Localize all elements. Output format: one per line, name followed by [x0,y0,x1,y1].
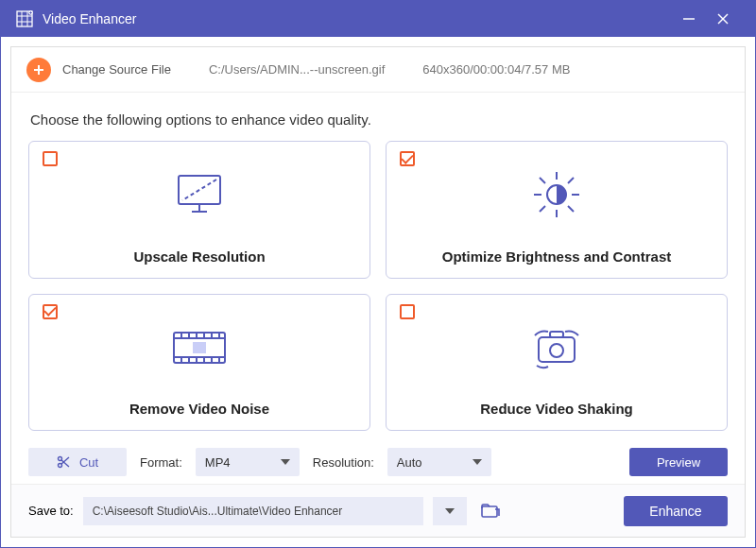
app-window: Video Enhancer Change Source File C:/Use… [0,0,756,548]
add-source-button[interactable] [26,58,51,82]
chevron-down-icon [472,459,482,465]
option-title: Optimize Brightness and Contrast [442,248,672,265]
svg-line-22 [540,178,545,183]
checkbox-brightness[interactable] [400,151,415,166]
source-strip: Change Source File C:/Users/ADMIN...--un… [11,47,745,93]
format-label: Format: [140,455,182,470]
options-grid: Upscale Resolution [28,141,728,431]
svg-line-25 [540,206,545,212]
brightness-icon [526,168,587,221]
preview-button[interactable]: Preview [629,448,728,476]
folder-icon [481,504,500,519]
close-button[interactable] [706,1,740,37]
change-source-link[interactable]: Change Source File [62,62,171,77]
open-folder-button[interactable] [476,497,505,525]
option-title: Upscale Resolution [133,248,265,265]
source-meta: 640x360/00:00:04/7.57 MB [422,62,570,77]
format-value: MP4 [205,455,231,470]
checkbox-deshake[interactable] [400,304,415,319]
svg-rect-41 [193,342,206,353]
resolution-label: Resolution: [313,455,374,470]
main-area: Choose the following options to enhance … [11,93,745,484]
chevron-down-icon [281,459,290,465]
svg-point-46 [58,464,61,468]
option-card-deshake[interactable]: Reduce Video Shaking [386,294,728,432]
monitor-icon [171,170,228,219]
checkbox-denoise[interactable] [43,304,58,319]
svg-line-24 [568,178,574,183]
option-card-upscale[interactable]: Upscale Resolution [28,141,370,279]
save-path-field[interactable]: C:\Aiseesoft Studio\Ais...Ultimate\Video… [83,497,423,525]
save-to-label: Save to: [28,504,74,518]
svg-rect-42 [539,337,575,362]
footer-bar: Save to: C:\Aiseesoft Studio\Ais...Ultim… [11,484,745,537]
source-path: C:/Users/ADMIN...--unscreen.gif [209,62,385,77]
titlebar: Video Enhancer [1,1,755,37]
svg-rect-49 [482,506,497,517]
camera-shake-icon [525,322,588,373]
svg-rect-43 [550,332,563,337]
svg-point-45 [58,457,61,461]
resolution-value: Auto [397,455,422,470]
plus-icon [32,63,45,77]
cut-label: Cut [79,455,98,470]
format-select[interactable]: MP4 [196,448,300,476]
option-title: Reduce Video Shaking [480,401,632,417]
enhance-button[interactable]: Enhance [624,496,728,526]
minimize-button[interactable] [672,1,706,37]
content-panel: Change Source File C:/Users/ADMIN...--un… [10,46,746,538]
scissors-icon [57,455,70,469]
chevron-down-icon [445,508,455,514]
filmstrip-icon [168,325,231,370]
resolution-select[interactable]: Auto [387,448,491,476]
svg-line-14 [182,180,216,200]
cut-button[interactable]: Cut [28,448,127,476]
app-icon [16,10,33,27]
option-card-brightness[interactable]: Optimize Brightness and Contrast [386,141,728,279]
tools-row: Cut Format: MP4 Resolution: Auto Preview [28,448,728,476]
instruction-text: Choose the following options to enhance … [30,111,728,128]
checkbox-upscale[interactable] [43,151,58,166]
app-title: Video Enhancer [43,11,136,26]
svg-point-44 [550,344,563,357]
save-path-dropdown[interactable] [433,497,467,525]
svg-line-23 [568,206,574,212]
option-card-denoise[interactable]: Remove Video Noise [28,294,370,432]
option-title: Remove Video Noise [129,401,269,417]
